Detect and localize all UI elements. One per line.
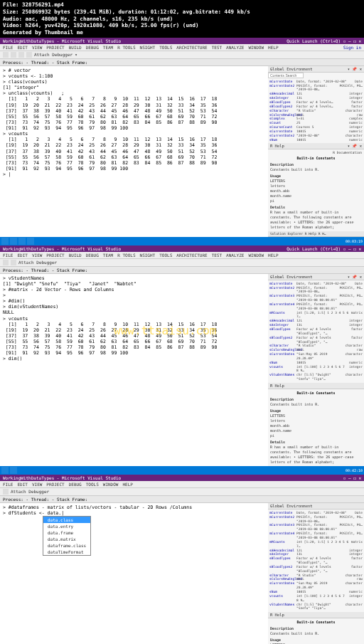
r-console[interactable]: > # vector > vcounts <- 1:100 > class(vc…	[0, 66, 268, 237]
env-row[interactable]: mCurrentDate2POSIXlt, format: "2019-03-0…	[269, 286, 363, 295]
start-button[interactable]	[1, 467, 9, 474]
titlebar: WorkingWithDataTypes - Microsoft Visual …	[0, 246, 364, 252]
menu-item[interactable]: DEBUG	[86, 253, 99, 258]
env-row[interactable]: vStudentNameschr [1:5] "Dwight" "Snefu" …	[269, 603, 363, 611]
attach-debugger-button[interactable]: Attach Debugger	[11, 489, 49, 494]
menu-item[interactable]: ANALYZE	[226, 253, 244, 258]
window-title: WorkingWithDataTypes - Microsoft Visual …	[3, 475, 121, 480]
menu-item[interactable]: HELP	[268, 45, 278, 50]
menu-item[interactable]: VIEW	[32, 253, 42, 258]
env-row[interactable]: vcountsint [1:100] 1 2 3 4 5 6 7 8 9…int…	[269, 365, 363, 374]
back-icon[interactable]	[3, 260, 9, 265]
autocomplete-item[interactable]: dataTimeFormat	[43, 549, 90, 555]
menu-item[interactable]: NSIGHT	[140, 253, 156, 258]
back-icon[interactable]	[3, 52, 9, 58]
menu-item[interactable]: WINDOW	[248, 45, 264, 50]
undo-icon[interactable]	[26, 52, 32, 58]
env-row[interactable]: vStudentNameschr [1:5] "Dwight" "Snefu" …	[269, 373, 363, 381]
menu-item[interactable]: VIEW	[32, 482, 42, 487]
taskbar-app[interactable]	[10, 238, 17, 245]
env-row[interactable]: mMCountsint [1:20, 1:5] 1 2 3 4 5 6 7…ma…	[269, 311, 363, 320]
menu-item[interactable]: BUILD	[69, 45, 82, 50]
menu-item[interactable]: TEST	[212, 253, 222, 258]
menu-item[interactable]: FILE	[3, 253, 13, 258]
r-console[interactable]: > vStudentNames [1] "Dwight" "Snefu" "Ti…	[0, 274, 268, 466]
menu-item[interactable]: EDIT	[17, 482, 27, 487]
menu-item[interactable]: EDIT	[17, 253, 27, 258]
menu-item[interactable]: PROJECT	[46, 45, 64, 50]
menu-item[interactable]: R TOOLS	[117, 253, 135, 258]
env-row[interactable]: sBloodTypesFactor w/ 4 levels "BloodType…	[269, 327, 363, 336]
env-row[interactable]: mCurrentDate2POSIXlt, format: "2019-03-0…	[269, 515, 363, 524]
menu-item[interactable]: VIEW	[32, 45, 42, 50]
env-row[interactable]: sNum18015numeric	[269, 138, 363, 142]
env-row[interactable]: sBloodTypes2Factor w/ 4 levels "BloodTyp…	[269, 565, 363, 574]
env-row[interactable]: sCurrentDates"Sun May 05 2019 20.20.49"c…	[269, 352, 363, 361]
menu-item[interactable]: FILE	[3, 45, 13, 50]
save-icon[interactable]	[3, 489, 9, 495]
autocomplete-item[interactable]: data.entry	[43, 523, 90, 529]
taskbar-app[interactable]	[18, 238, 26, 245]
save-icon[interactable]	[18, 52, 24, 58]
autocomplete-item[interactable]: data.frame	[43, 529, 90, 536]
taskbar: 00:03:19	[0, 237, 364, 246]
r-console[interactable]: > #dataframes - matrix of lists/vectors …	[0, 503, 268, 644]
env-row[interactable]: mCurrentDate3POSIXct, format: "2019-03-0…	[269, 523, 363, 532]
menu-item[interactable]: WINDOW	[103, 482, 119, 487]
menu-item[interactable]: PROJECT	[46, 482, 64, 487]
env-search[interactable]	[268, 73, 304, 78]
menu-item[interactable]: HELP	[122, 482, 132, 487]
env-row[interactable]: sCurrentDates"Sun May 05 2019 20.20.49"c…	[269, 581, 363, 590]
bottom-tabs[interactable]: Solution Explorer R Help R H…	[268, 231, 364, 237]
menubar: FILE EDIT VIEW PROJECT DEBUG TOOLS WINDO…	[0, 481, 364, 488]
menu-item[interactable]: WINDOW	[248, 253, 264, 258]
menu-item[interactable]: PROJECT	[46, 253, 64, 258]
menu-item[interactable]: ARCHITECTURE	[176, 45, 207, 50]
forward-icon[interactable]	[11, 52, 16, 58]
autocomplete-item[interactable]: dataframe.class	[43, 542, 90, 549]
taskbar-app[interactable]	[27, 238, 34, 245]
menu-item[interactable]: TEAM	[103, 253, 113, 258]
menu-item[interactable]: DEBUG	[86, 45, 99, 50]
autocomplete-item[interactable]: data.matrix	[43, 536, 90, 542]
menu-item[interactable]: TOOLS	[86, 482, 99, 487]
help-usage-h: Usage	[270, 174, 362, 179]
save-icon[interactable]	[11, 260, 16, 265]
side-panel: Global Environment▾ 📌 ✕ mCurrentDateDate…	[268, 66, 364, 237]
env-row[interactable]: mCurrentDate4POSIXlt, format: "2019-03-0…	[269, 532, 363, 540]
env-row[interactable]: vcountsint [1:100] 1 2 3 4 5 6 7 8 9…int…	[269, 594, 363, 603]
attach-debugger-button[interactable]: Attach Debugger	[18, 260, 57, 265]
attach-debugger-button[interactable]: Attach Debugger	[34, 52, 73, 57]
autocomplete-popup[interactable]: data.class data.entry data.frame data.ma…	[43, 516, 91, 556]
menu-item[interactable]: NSIGHT	[140, 45, 156, 50]
titlebar: WorkingWithDataTypes - Microsoft Visual …	[0, 38, 364, 44]
menu-item[interactable]: FILE	[3, 482, 13, 487]
side-panel: Global Environment mCurrentDateDate, for…	[268, 503, 364, 644]
env-row[interactable]: mCurrentDate3POSIXct, format: "2019-03-0…	[269, 294, 363, 302]
help-header: R Help	[268, 612, 364, 618]
taskbar: 00:42:10	[0, 466, 364, 475]
menu-item[interactable]: TEST	[212, 45, 222, 50]
window-title: WorkingWithDataTypes - Microsoft Visual …	[3, 38, 121, 43]
menu-item[interactable]: HELP	[268, 253, 278, 258]
env-row[interactable]: mCurrentDate4POSIXlt, format: "2019-03-0…	[269, 302, 363, 311]
menu-item[interactable]: TOOLS	[159, 45, 172, 50]
env-row[interactable]: mCurrentDate2POSIXlt, format: "2019-03-0…	[269, 84, 363, 93]
menu-item[interactable]: BUILD	[69, 253, 82, 258]
autocomplete-item[interactable]: data.class	[43, 517, 90, 523]
env-row[interactable]: sBloodTypes2Factor w/ 4 levels "BloodTyp…	[269, 336, 363, 344]
taskbar-app[interactable]	[10, 467, 17, 474]
sign-in-link[interactable]: Sign in	[343, 45, 361, 50]
env-row[interactable]: sBloodTypesFactor w/ 4 levels "BloodType…	[269, 556, 363, 565]
menu-item[interactable]: ANALYZE	[226, 45, 244, 50]
menu-item[interactable]: EDIT	[17, 45, 27, 50]
menu-item[interactable]: ARCHITECTURE	[176, 253, 207, 258]
help-title: Built-in Constants	[270, 156, 362, 161]
menu-item[interactable]: TOOLS	[159, 253, 172, 258]
menu-item[interactable]: DEBUG	[69, 482, 82, 487]
env-row[interactable]: mMCountsint [1:20, 1:5] 1 2 3 4 5 6 7…ma…	[269, 540, 363, 549]
menu-item[interactable]: R TOOLS	[117, 45, 135, 50]
start-button[interactable]	[1, 238, 9, 245]
menu-item[interactable]: TEAM	[103, 45, 113, 50]
clock: 00:42:10	[346, 468, 363, 473]
